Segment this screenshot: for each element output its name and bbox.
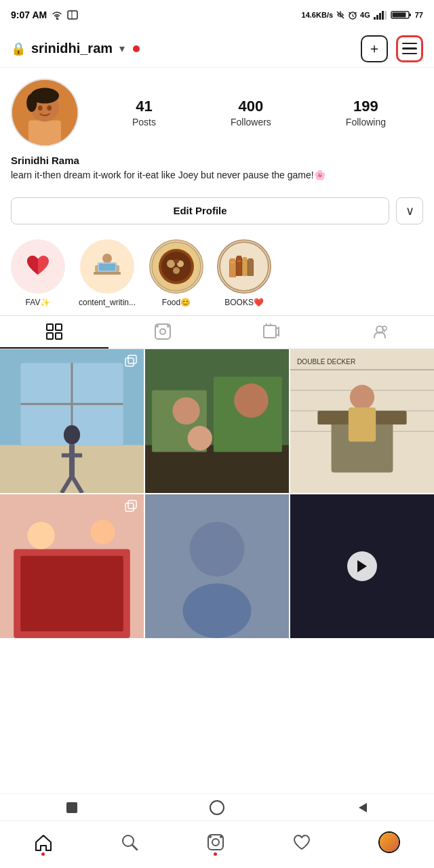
android-recents-button[interactable] [64, 800, 79, 815]
svg-line-101 [132, 845, 137, 850]
profile-bio: learn it-then dream it-work for it-eat l… [11, 169, 423, 182]
svg-rect-5 [374, 17, 376, 20]
highlight-books-circle [217, 239, 271, 294]
tab-grid[interactable] [0, 316, 108, 349]
chevron-down-icon[interactable]: ▾ [119, 42, 125, 55]
android-back-button[interactable] [355, 800, 370, 815]
multi-photo-icon-4 [125, 500, 138, 513]
svg-point-17 [26, 94, 37, 112]
wifi-icon [51, 10, 63, 20]
grid-item-5[interactable] [145, 494, 289, 638]
android-home-button[interactable] [209, 800, 225, 816]
search-icon [120, 833, 139, 852]
work-svg [87, 246, 127, 287]
grid-item-1[interactable] [0, 349, 144, 493]
username-text[interactable]: srinidhi_ram [31, 41, 113, 56]
svg-point-93 [90, 519, 115, 544]
svg-rect-9 [384, 11, 387, 20]
svg-rect-69 [125, 358, 134, 366]
highlight-books[interactable]: BOOKS❤️ [217, 239, 271, 307]
highlights-section: FAV✨ content_writin... [0, 234, 434, 315]
svg-rect-1 [68, 11, 77, 19]
username-area: 🔒 srinidhi_ram ▾ [11, 41, 140, 56]
svg-point-103 [212, 839, 219, 846]
svg-marker-99 [357, 560, 367, 572]
svg-point-97 [190, 521, 245, 576]
tab-reels[interactable] [108, 316, 217, 349]
tablet-icon [67, 10, 78, 20]
svg-rect-8 [382, 11, 384, 20]
edit-profile-button[interactable]: Edit Profile [11, 197, 389, 224]
nav-home[interactable] [26, 830, 61, 854]
home-nav-dot [41, 852, 45, 856]
menu-button[interactable] [396, 35, 423, 62]
nav-profile[interactable] [370, 829, 408, 856]
grid-photo-2-svg [145, 349, 289, 493]
svg-point-19 [47, 105, 52, 111]
nav-reels[interactable] [198, 830, 233, 854]
bottom-nav [0, 821, 434, 868]
svg-rect-36 [230, 258, 235, 277]
status-bar: 9:07 AM 14.6KB/s 4G [0, 0, 434, 30]
highlight-food[interactable]: Food😊 [149, 239, 203, 307]
svg-point-98 [183, 583, 252, 638]
tab-igtv[interactable] [217, 316, 326, 349]
grid-item-4[interactable] [0, 494, 144, 638]
highlight-food-label: Food😊 [162, 298, 191, 307]
svg-rect-72 [145, 445, 289, 493]
highlight-work-circle [80, 239, 134, 294]
recents-square-icon [64, 800, 79, 815]
silent-icon [336, 10, 345, 20]
igtv-tab-icon [262, 323, 280, 340]
add-post-button[interactable]: ＋ [361, 35, 388, 62]
svg-point-64 [64, 425, 80, 444]
grid-photo-5-svg [145, 494, 289, 638]
following-stat[interactable]: 199 Following [346, 98, 386, 127]
followers-count: 400 [239, 98, 264, 115]
svg-rect-106 [66, 802, 77, 813]
svg-point-92 [27, 521, 54, 549]
grid-photo-1-svg [0, 349, 144, 493]
followers-label: Followers [231, 117, 271, 127]
grid-item-6[interactable] [290, 494, 434, 638]
svg-marker-108 [359, 803, 367, 812]
back-triangle-icon [355, 800, 370, 815]
content-tabs [0, 315, 434, 349]
heart-icon [292, 833, 311, 852]
status-time: 9:07 AM [11, 9, 47, 20]
highlight-fav[interactable]: FAV✨ [11, 239, 65, 307]
highlight-work[interactable]: content_writin... [79, 239, 136, 307]
posts-label: Posts [132, 117, 156, 127]
grid-tab-icon [45, 323, 63, 340]
nav-profile-avatar[interactable] [378, 831, 400, 853]
nav-search[interactable] [112, 830, 147, 854]
grid-item-3[interactable]: DOUBLE DECKER [290, 349, 434, 493]
battery-icon [391, 10, 412, 20]
avatar-svg [12, 80, 77, 145]
reels-tab-icon [154, 323, 172, 340]
network-speed: 14.6KB/s [302, 11, 333, 19]
nav-activity[interactable] [284, 830, 319, 854]
followers-stat[interactable]: 400 Followers [231, 98, 271, 127]
svg-rect-6 [376, 15, 378, 20]
video-play-button[interactable] [347, 551, 377, 581]
profile-avatar[interactable] [11, 79, 79, 146]
posts-count: 41 [136, 98, 152, 115]
profile-header: 41 Posts 400 Followers 199 Following [11, 79, 423, 146]
svg-rect-47 [47, 333, 53, 339]
home-icon [34, 833, 53, 852]
svg-rect-38 [237, 256, 241, 276]
svg-rect-40 [243, 257, 247, 276]
tab-tagged[interactable] [326, 316, 434, 349]
svg-point-32 [173, 267, 180, 274]
nav-profile-avatar-img [380, 833, 399, 852]
svg-rect-23 [94, 272, 121, 275]
svg-point-50 [160, 329, 165, 334]
svg-rect-88 [349, 407, 376, 441]
svg-rect-12 [392, 13, 406, 18]
grid-item-2[interactable] [145, 349, 289, 493]
svg-point-104 [209, 835, 212, 838]
profile-options-dropdown[interactable]: ∨ [396, 197, 423, 224]
posts-stat[interactable]: 41 Posts [132, 98, 156, 127]
svg-point-52 [167, 325, 170, 328]
